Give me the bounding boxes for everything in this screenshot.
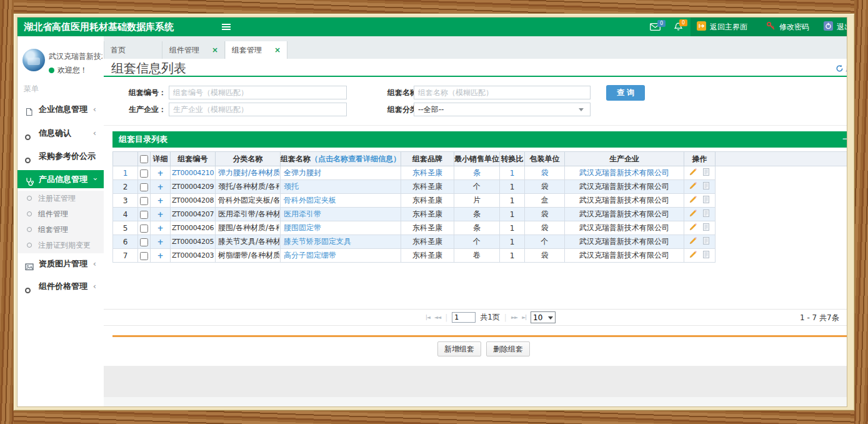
ops-cell [684, 166, 716, 180]
manufacturer-cell: 武汉克瑞普新技术有限公司 [565, 166, 684, 180]
expand-row-button[interactable]: + [157, 251, 163, 260]
edit-icon[interactable] [689, 181, 697, 192]
row-checkbox[interactable] [140, 183, 148, 191]
sidebar-subitem-cert-expiry[interactable]: 注册证到期变更 [17, 238, 104, 253]
prev-page-button[interactable]: ◄◄ [434, 315, 441, 320]
package-unit: 个 [525, 235, 565, 249]
header-name-text: 组套名称 [281, 154, 311, 163]
row-checkbox[interactable] [140, 211, 148, 219]
subitem-label: 注册证管理 [38, 191, 76, 206]
manufacturer-input[interactable] [169, 103, 347, 116]
tab-bar: 首页 组件管理 × 组套管理 × [104, 36, 847, 59]
view-detail-icon[interactable] [702, 168, 711, 178]
manufacturer-cell: 武汉克瑞普新技术有限公司 [565, 221, 684, 235]
set-name-link[interactable]: 高分子固定绷带 [281, 251, 336, 260]
set-table: 详细 组套编号 分类名称 组套名称（点击名称查看详细信息） 组套品牌 最小销售单… [112, 151, 716, 263]
set-name-cell: 骨科外固定夹板 [281, 194, 401, 208]
refresh-button[interactable]: 刷新 [836, 64, 847, 74]
last-page-button[interactable]: ►| [522, 315, 526, 320]
pager-separator: | [445, 313, 447, 322]
page-title: 组套信息列表 [111, 60, 186, 77]
bell-icon[interactable]: 0 [674, 23, 682, 33]
view-detail-icon[interactable] [702, 223, 711, 233]
set-name-link[interactable]: 颈托 [281, 182, 299, 191]
set-name-link[interactable]: 骨科外固定夹板 [281, 196, 336, 204]
expand-row-button[interactable]: + [157, 169, 163, 178]
expand-row-button[interactable]: + [157, 238, 163, 246]
edit-icon[interactable] [689, 223, 697, 233]
tab-set-manage[interactable]: 组套管理 × [226, 41, 287, 59]
view-detail-icon[interactable] [702, 195, 711, 206]
set-name-link[interactable]: 医用牵引带 [281, 209, 321, 218]
edit-icon[interactable] [689, 250, 697, 261]
set-code: ZT00004206 [171, 221, 216, 235]
return-home-button[interactable]: 返回主界面 [697, 18, 747, 36]
sidebar-item-enterprise-info[interactable]: 企业信息管理 ‹ [17, 101, 104, 118]
sidebar-item-info-confirm[interactable]: 信息确认 ‹ [17, 124, 104, 142]
next-page-button[interactable]: ►► [511, 315, 517, 320]
row-number: 6 [113, 235, 138, 249]
page-size-select[interactable]: 10 [531, 311, 556, 323]
sidebar-item-product-info[interactable]: 产品信息管理 ‹ [17, 170, 104, 188]
expand-row-button[interactable]: + [157, 224, 163, 233]
collapse-icon[interactable]: — [842, 131, 847, 146]
ops-cell [684, 180, 716, 194]
logout-button[interactable]: 退出 [824, 18, 847, 36]
delete-set-button[interactable]: 删除组套 [486, 341, 530, 356]
edit-icon[interactable] [689, 195, 697, 206]
category-text: 骨科外固定夹板/各种材质 [216, 195, 279, 206]
sidebar-subitem-component-manage[interactable]: 组件管理 [17, 206, 104, 222]
sidebar-item-component-price[interactable]: 组件价格管理 ‹ [17, 278, 104, 295]
row-number: 3 [113, 194, 138, 208]
change-password-button[interactable]: 修改密码 [766, 18, 809, 36]
sidebar-item-reference-price[interactable]: 采购参考价公示 ‹ [17, 148, 104, 165]
set-name-input[interactable] [414, 86, 591, 99]
online-dot-icon [49, 68, 54, 73]
stethoscope-icon [25, 174, 34, 183]
tab-component-manage[interactable]: 组件管理 × [163, 41, 225, 59]
header-ratio: 转换比 [500, 152, 525, 166]
wood-frame-right [854, 0, 868, 424]
hamburger-icon[interactable] [222, 24, 231, 31]
tab-home[interactable]: 首页 [104, 41, 162, 59]
row-checkbox[interactable] [140, 252, 148, 260]
sidebar-subitem-registration-cert[interactable]: 注册证管理 [17, 191, 104, 206]
set-name-link[interactable]: 腰围固定带 [281, 223, 321, 232]
query-button[interactable]: 查 询 [606, 85, 645, 101]
add-set-button[interactable]: 新增组套 [437, 341, 481, 356]
view-detail-icon[interactable] [702, 209, 711, 220]
expand-row-button[interactable]: + [157, 196, 163, 205]
expand-row-button[interactable]: + [157, 183, 163, 191]
set-code-label: 组套编号： [116, 85, 166, 100]
select-all-checkbox[interactable] [140, 155, 148, 163]
close-icon[interactable]: × [274, 46, 281, 54]
sidebar-item-qualification-images[interactable]: 资质图片管理 ‹ [17, 255, 104, 273]
row-checkbox[interactable] [140, 197, 148, 205]
expand-row-button[interactable]: + [157, 210, 163, 219]
package-unit: 袋 [525, 166, 565, 180]
close-icon[interactable]: × [212, 46, 218, 54]
edit-icon[interactable] [689, 236, 697, 247]
set-code-input[interactable] [169, 86, 347, 99]
first-page-button[interactable]: |◄ [426, 315, 430, 320]
power-icon [824, 21, 833, 33]
row-number: 4 [113, 208, 138, 221]
row-checkbox[interactable] [140, 238, 148, 246]
set-name-cell: 颈托 [281, 180, 401, 194]
set-table-body: 1 + ZT00004210 弹力腰封/各种材质/各种规格 全弹力腰封 东科圣康… [113, 166, 716, 263]
header-name: 组套名称（点击名称查看详细信息） [281, 152, 401, 166]
set-name-link[interactable]: 膝关节矫形固定支具 [281, 237, 351, 246]
sidebar-subitem-set-manage[interactable]: 组套管理 [17, 222, 104, 238]
edit-icon[interactable] [689, 209, 697, 220]
mail-icon[interactable]: 0 [650, 23, 661, 33]
set-category-select[interactable]: --全部-- [414, 103, 591, 116]
view-detail-icon[interactable] [702, 181, 711, 192]
edit-icon[interactable] [689, 168, 697, 178]
row-checkbox[interactable] [140, 225, 148, 233]
set-name-link[interactable]: 全弹力腰封 [281, 168, 321, 177]
page-number-input[interactable] [452, 312, 476, 323]
view-detail-icon[interactable] [702, 250, 711, 261]
conversion-ratio: 1 [500, 208, 525, 221]
row-checkbox[interactable] [140, 169, 148, 178]
view-detail-icon[interactable] [702, 236, 711, 247]
